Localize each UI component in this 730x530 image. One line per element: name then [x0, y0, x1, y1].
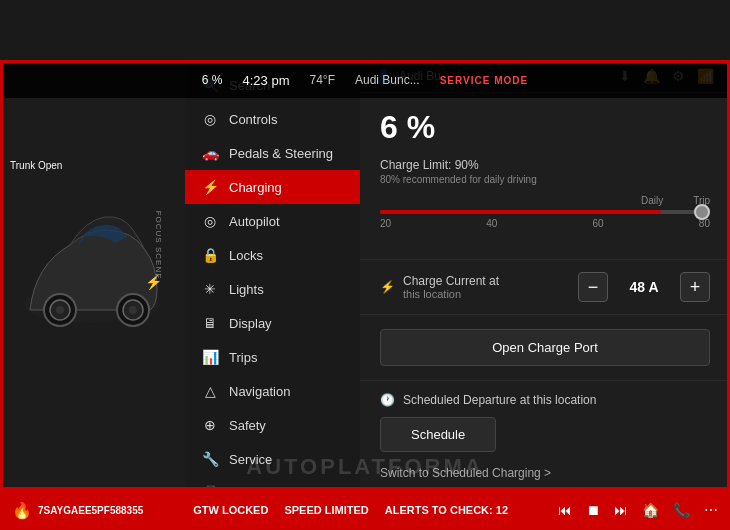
charge-current-text: Charge Current at: [403, 274, 499, 288]
slider-mark-20: 20: [380, 218, 391, 229]
menu-label-safety: Safety: [229, 418, 266, 433]
panel-header: 👤 Audi Bu... ⬇ 🔔 ⚙ 📶: [360, 60, 730, 93]
menu-item-software[interactable]: 📱 Software: [185, 476, 360, 490]
taskbar-center: GTW LOCKED SPEED LIMITED ALERTS TO CHECK…: [193, 504, 508, 516]
menu-item-controls[interactable]: ◎ Controls: [185, 102, 360, 136]
charge-current-row: ⚡ Charge Current at this location − 48 A…: [360, 260, 730, 315]
charge-current-control: − 48 A +: [578, 272, 710, 302]
settings-menu: 🔍 Search ◎ Controls 🚗 Pedals & Steering …: [185, 60, 360, 490]
speed-limited-label: SPEED LIMITED: [284, 504, 368, 516]
download-icon[interactable]: ⬇: [619, 68, 631, 84]
vin-label: 7SAYGAEE5PF588355: [38, 505, 143, 516]
search-icon: 🔍: [201, 77, 219, 93]
main-content: Trunk Open ⚡: [0, 60, 730, 490]
menu-label-controls: Controls: [229, 112, 277, 127]
menu-label-search: Search: [229, 78, 270, 93]
charge-value: 48 A: [624, 279, 664, 295]
signal-icon: 📶: [697, 68, 714, 84]
panel-user-label: Audi Bu...: [399, 69, 451, 83]
menu-label-service: Service: [229, 452, 272, 467]
panel-header-user: 👤 Audi Bu...: [376, 69, 451, 83]
charge-limit-sublabel: 80% recommended for daily driving: [380, 174, 710, 185]
menu-label-pedals: Pedals & Steering: [229, 146, 333, 161]
controls-icon: ◎: [201, 111, 219, 127]
scheduled-departure-section: 🕐 Scheduled Departure at this location S…: [360, 380, 730, 490]
menu-label-trips: Trips: [229, 350, 257, 365]
battery-percentage: 6 %: [380, 109, 710, 146]
slider-mark-40: 40: [486, 218, 497, 229]
menu-label-lights: Lights: [229, 282, 264, 297]
slider-fill: [380, 210, 661, 214]
apps-icon[interactable]: ⋯: [704, 502, 718, 518]
charge-increase-button[interactable]: +: [680, 272, 710, 302]
menu-item-trips[interactable]: 📊 Trips: [185, 340, 360, 374]
taskbar-right[interactable]: ⏮ ⏹ ⏭ 🏠 📞 ⋯: [558, 502, 718, 518]
scheduled-departure-label: Scheduled Departure at this location: [403, 393, 596, 407]
scheduled-departure-title: 🕐 Scheduled Departure at this location: [380, 393, 710, 407]
alerts-label: ALERTS TO CHECK: 12: [385, 504, 508, 516]
charge-current-label: ⚡ Charge Current at this location: [380, 274, 499, 300]
slider-thumb[interactable]: [694, 204, 710, 220]
battery-section: 6 % Charge Limit: 90% 80% recommended fo…: [360, 93, 730, 260]
car-svg: ⚡: [15, 175, 170, 375]
media-next-icon[interactable]: ⏭: [614, 502, 628, 518]
menu-item-search[interactable]: 🔍 Search: [185, 68, 360, 102]
clock-icon: 🕐: [380, 393, 395, 407]
safety-icon: ⊕: [201, 417, 219, 433]
taskbar: 🔥 7SAYGAEE5PF588355 GTW LOCKED SPEED LIM…: [0, 490, 730, 530]
menu-item-navigation[interactable]: △ Navigation: [185, 374, 360, 408]
menu-item-locks[interactable]: 🔒 Locks: [185, 238, 360, 272]
slider-labels: 20 40 60 80: [380, 218, 710, 229]
menu-label-display: Display: [229, 316, 272, 331]
open-charge-port-button[interactable]: Open Charge Port: [380, 329, 710, 366]
home-icon[interactable]: 🏠: [642, 502, 659, 518]
pedals-icon: 🚗: [201, 145, 219, 161]
menu-item-safety[interactable]: ⊕ Safety: [185, 408, 360, 442]
media-stop-icon[interactable]: ⏹: [586, 502, 600, 518]
svg-point-6: [129, 306, 137, 314]
charge-decrease-button[interactable]: −: [578, 272, 608, 302]
navigation-icon: △: [201, 383, 219, 399]
sound-icon[interactable]: 🔔: [643, 68, 660, 84]
menu-label-locks: Locks: [229, 248, 263, 263]
menu-item-charging[interactable]: ⚡ Charging: [185, 170, 360, 204]
menu-item-autopilot[interactable]: ◎ Autopilot: [185, 204, 360, 238]
autopilot-icon: ◎: [201, 213, 219, 229]
menu-label-charging: Charging: [229, 180, 282, 195]
lights-icon: ✳: [201, 281, 219, 297]
settings-icon[interactable]: ⚙: [672, 68, 685, 84]
alerts-count: 12: [496, 504, 508, 516]
panel-header-icons: ⬇ 🔔 ⚙ 📶: [619, 68, 714, 84]
svg-point-3: [56, 306, 64, 314]
slider-track[interactable]: [380, 210, 710, 214]
gtw-locked-label: GTW LOCKED: [193, 504, 268, 516]
charge-location-text: this location: [403, 288, 499, 300]
menu-item-display[interactable]: 🖥 Display: [185, 306, 360, 340]
display-icon: 🖥: [201, 315, 219, 331]
charge-limit-label: Charge Limit: 90%: [380, 158, 710, 172]
schedule-button[interactable]: Schedule: [380, 417, 496, 452]
slider-mark-60: 60: [593, 218, 604, 229]
daily-trip-labels: Daily Trip: [380, 195, 710, 206]
locks-icon: 🔒: [201, 247, 219, 263]
taskbar-left: 🔥 7SAYGAEE5PF588355: [12, 501, 143, 520]
menu-item-pedals[interactable]: 🚗 Pedals & Steering: [185, 136, 360, 170]
service-icon: 🔧: [201, 451, 219, 467]
menu-item-lights[interactable]: ✳ Lights: [185, 272, 360, 306]
switch-charging-link[interactable]: Switch to Scheduled Charging >: [380, 466, 710, 480]
charging-icon: ⚡: [201, 179, 219, 195]
charge-limit-slider[interactable]: Daily Trip 20 40 60 80: [380, 195, 710, 229]
flame-icon: 🔥: [12, 501, 32, 520]
media-prev-icon[interactable]: ⏮: [558, 502, 572, 518]
daily-label: Daily: [641, 195, 663, 206]
user-icon: 👤: [376, 69, 391, 83]
charge-icon-small: ⚡: [380, 280, 395, 294]
phone-icon[interactable]: 📞: [673, 502, 690, 518]
right-panel: 👤 Audi Bu... ⬇ 🔔 ⚙ 📶 6 % Charge Limit: 9…: [360, 60, 730, 490]
menu-item-service[interactable]: 🔧 Service: [185, 442, 360, 476]
trips-icon: 📊: [201, 349, 219, 365]
car-area: Trunk Open ⚡: [0, 60, 185, 490]
menu-label-navigation: Navigation: [229, 384, 290, 399]
menu-label-autopilot: Autopilot: [229, 214, 280, 229]
side-label: FOCUS SCENE: [154, 211, 163, 280]
